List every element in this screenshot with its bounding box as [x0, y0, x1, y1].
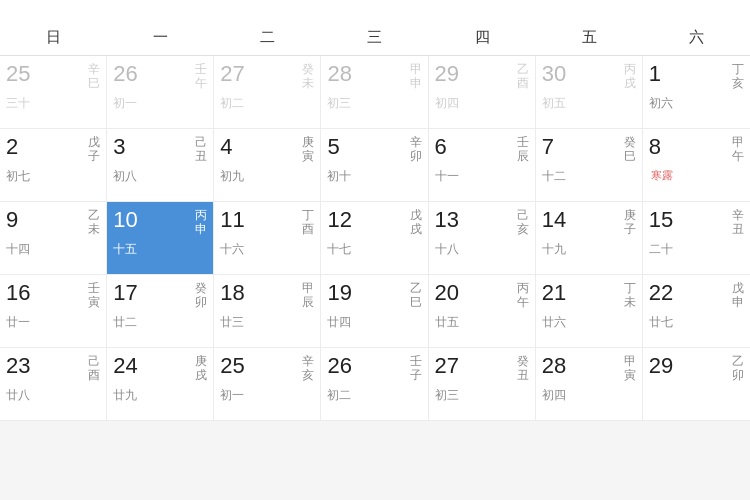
day-top: 20 丙午 — [435, 281, 529, 310]
day-number: 10 — [113, 208, 137, 232]
day-bottom: 初一 — [113, 95, 207, 112]
day-number: 26 — [327, 354, 351, 378]
day-lunar: 廿六 — [542, 314, 566, 331]
day-lunar: 廿一 — [6, 314, 30, 331]
day-cell[interactable]: 5 辛卯 初十 — [321, 129, 428, 201]
day-cell[interactable]: 16 壬寅 廿一 — [0, 275, 107, 347]
day-bottom: 初三 — [435, 387, 529, 404]
day-top: 26 壬午 — [113, 62, 207, 91]
day-top: 3 己丑 — [113, 135, 207, 164]
day-number: 3 — [113, 135, 125, 159]
day-cell[interactable]: 3 己丑 初八 — [107, 129, 214, 201]
day-top: 16 壬寅 — [6, 281, 100, 310]
day-lunar: 十八 — [435, 241, 459, 258]
day-bottom: 三十 — [6, 95, 100, 112]
day-cell[interactable]: 19 乙巳 廿四 — [321, 275, 428, 347]
day-cell[interactable]: 25 辛亥 初一 — [214, 348, 321, 420]
day-bottom: 廿四 — [327, 314, 421, 331]
day-number: 25 — [6, 62, 30, 86]
day-cell[interactable]: 18 甲辰 廿三 — [214, 275, 321, 347]
day-number: 7 — [542, 135, 554, 159]
day-lunar: 初三 — [327, 95, 351, 112]
day-lunar: 二十 — [649, 241, 673, 258]
day-top: 2 戊子 — [6, 135, 100, 164]
day-ganzhi: 癸巳 — [624, 135, 636, 164]
day-cell[interactable]: 1 丁亥 初六 — [643, 56, 750, 128]
day-cell[interactable]: 2 戊子 初七 — [0, 129, 107, 201]
day-ganzhi: 丙戌 — [624, 62, 636, 91]
day-cell[interactable]: 12 戊戌 十七 — [321, 202, 428, 274]
day-ganzhi: 甲申 — [410, 62, 422, 91]
day-number: 11 — [220, 208, 244, 232]
day-cell[interactable]: 8 甲午 寒露 — [643, 129, 750, 201]
day-lunar: 初二 — [327, 387, 351, 404]
day-cell[interactable]: 10 丙申 十五 — [107, 202, 214, 274]
day-number: 24 — [113, 354, 137, 378]
day-ganzhi: 壬辰 — [517, 135, 529, 164]
day-bottom: 十五 — [113, 241, 207, 258]
day-bottom: 廿七 — [649, 314, 744, 331]
day-top: 29 乙卯 — [649, 354, 744, 383]
day-cell[interactable]: 27 癸丑 初三 — [429, 348, 536, 420]
day-bottom: 初二 — [220, 95, 314, 112]
day-ganzhi: 己亥 — [517, 208, 529, 237]
day-cell[interactable]: 29 乙酉 初四 — [429, 56, 536, 128]
day-number: 8 — [649, 135, 661, 159]
day-cell[interactable]: 6 壬辰 十一 — [429, 129, 536, 201]
week-row: 16 壬寅 廿一 17 癸卯 廿二 18 甲辰 廿三 — [0, 275, 750, 348]
day-cell[interactable]: 26 壬子 初二 — [321, 348, 428, 420]
day-cell[interactable]: 30 丙戌 初五 — [536, 56, 643, 128]
day-cell[interactable]: 15 辛丑 二十 — [643, 202, 750, 274]
day-number: 28 — [327, 62, 351, 86]
day-cell[interactable]: 27 癸未 初二 — [214, 56, 321, 128]
day-ganzhi: 乙卯 — [732, 354, 744, 383]
day-ganzhi: 辛丑 — [732, 208, 744, 237]
day-number: 19 — [327, 281, 351, 305]
day-top: 6 壬辰 — [435, 135, 529, 164]
day-number: 29 — [649, 354, 673, 378]
day-top: 18 甲辰 — [220, 281, 314, 310]
day-bottom: 十二 — [542, 168, 636, 185]
day-top: 30 丙戌 — [542, 62, 636, 91]
day-cell[interactable]: 26 壬午 初一 — [107, 56, 214, 128]
day-lunar: 初三 — [435, 387, 459, 404]
day-bottom: 廿九 — [113, 387, 207, 404]
day-lunar: 廿五 — [435, 314, 459, 331]
day-cell[interactable]: 11 丁酉 十六 — [214, 202, 321, 274]
day-top: 21 丁未 — [542, 281, 636, 310]
day-bottom: 十九 — [542, 241, 636, 258]
day-cell[interactable]: 17 癸卯 廿二 — [107, 275, 214, 347]
day-number: 27 — [220, 62, 244, 86]
day-bottom: 十一 — [435, 168, 529, 185]
day-bottom: 十七 — [327, 241, 421, 258]
day-cell[interactable]: 28 甲申 初三 — [321, 56, 428, 128]
day-cell[interactable]: 23 己酉 廿八 — [0, 348, 107, 420]
day-cell[interactable]: 21 丁未 廿六 — [536, 275, 643, 347]
weekday-row: 日一二三四五六 — [0, 20, 750, 56]
day-bottom: 初四 — [542, 387, 636, 404]
day-lunar: 廿七 — [649, 314, 673, 331]
day-cell[interactable]: 4 庚寅 初九 — [214, 129, 321, 201]
day-top: 25 辛巳 — [6, 62, 100, 91]
day-top: 10 丙申 — [113, 208, 207, 237]
day-cell[interactable]: 24 庚戌 廿九 — [107, 348, 214, 420]
day-ganzhi: 癸卯 — [195, 281, 207, 310]
day-cell[interactable]: 9 乙未 十四 — [0, 202, 107, 274]
day-cell[interactable]: 14 庚子 十九 — [536, 202, 643, 274]
day-bottom: 初十 — [327, 168, 421, 185]
day-cell[interactable]: 20 丙午 廿五 — [429, 275, 536, 347]
day-lunar: 初七 — [6, 168, 30, 185]
day-bottom: 廿一 — [6, 314, 100, 331]
day-cell[interactable]: 13 己亥 十八 — [429, 202, 536, 274]
day-top: 29 乙酉 — [435, 62, 529, 91]
day-cell[interactable]: 25 辛巳 三十 — [0, 56, 107, 128]
day-cell[interactable]: 22 戊申 廿七 — [643, 275, 750, 347]
day-cell[interactable]: 7 癸巳 十二 — [536, 129, 643, 201]
day-cell[interactable]: 28 甲寅 初四 — [536, 348, 643, 420]
day-cell[interactable]: 29 乙卯 — [643, 348, 750, 420]
day-lunar: 十六 — [220, 241, 244, 258]
day-lunar: 十四 — [6, 241, 30, 258]
day-ganzhi: 庚子 — [624, 208, 636, 237]
day-ganzhi: 乙酉 — [517, 62, 529, 91]
day-top: 12 戊戌 — [327, 208, 421, 237]
